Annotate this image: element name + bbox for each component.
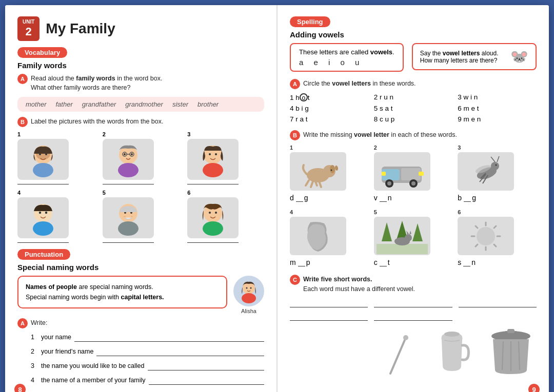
- svg-line-39: [319, 181, 321, 187]
- unit-number: 2: [23, 25, 34, 38]
- svg-point-30: [242, 293, 256, 303]
- pic-item-6: 6: [187, 190, 264, 243]
- pic-line-4: [17, 242, 69, 243]
- write-line-1[interactable]: [74, 333, 264, 342]
- svg-marker-63: [412, 223, 423, 241]
- svg-point-79: [444, 332, 460, 337]
- circled-o: o: [300, 93, 308, 101]
- write-line-4[interactable]: [149, 376, 264, 385]
- word-father: father: [55, 100, 72, 108]
- svg-line-40: [306, 180, 309, 185]
- van-svg: [377, 154, 428, 190]
- miss-word-4: mp: [290, 258, 311, 266]
- miss-pic-2: [374, 152, 430, 191]
- write-num-1: 1: [31, 334, 38, 341]
- write-item-1: 1 your name: [31, 333, 264, 342]
- svg-point-13: [209, 153, 211, 155]
- activity-a-punct-text: Write:: [31, 318, 47, 328]
- write-line-2[interactable]: [96, 347, 264, 356]
- svg-point-53: [496, 164, 497, 166]
- wand-svg: [385, 335, 411, 376]
- miss-blank-6[interactable]: [463, 266, 470, 266]
- miss-item-6: 6 sn: [458, 209, 537, 266]
- svg-marker-66: [406, 231, 409, 235]
- svg-point-65: [405, 234, 412, 241]
- miss-blank-2[interactable]: [380, 201, 387, 202]
- pic-line-2: [103, 184, 154, 184]
- svg-line-74: [494, 244, 496, 246]
- pic-item-4: 4: [17, 190, 94, 243]
- activity-a-spelling: A Circle the vowel letters in these word…: [290, 79, 537, 89]
- right-page-number: 9: [528, 384, 540, 392]
- family-pic-5-svg: [105, 199, 151, 237]
- vword-8: 8 c u p: [374, 115, 453, 123]
- svg-point-68: [477, 227, 495, 245]
- word-sister: sister: [172, 100, 188, 108]
- svg-point-26: [215, 212, 217, 214]
- svg-point-10: [131, 153, 133, 155]
- activity-b-text: Label the pictures with the words from t…: [31, 117, 163, 127]
- pic-item-2: 2: [103, 131, 180, 184]
- svg-point-19: [33, 221, 53, 236]
- svg-line-76: [476, 244, 478, 246]
- jug-svg: [431, 330, 472, 376]
- page-title: My Family: [46, 20, 115, 37]
- activity-b-spelling: B Write the missing vowel letter in each…: [290, 130, 537, 140]
- miss-blank-1[interactable]: [296, 201, 303, 202]
- miss-num-2: 2: [374, 145, 377, 151]
- miss-num-6: 6: [458, 209, 461, 215]
- sun-svg: [460, 218, 511, 254]
- family-words-title: Family words: [17, 61, 264, 70]
- write-item-4: 4 the name of a member of your family: [31, 376, 264, 385]
- svg-point-11: [118, 163, 138, 177]
- write-num-2: 2: [31, 348, 38, 355]
- write-label-3: the name you would like to be called: [41, 362, 145, 369]
- activity-c-spelling-circle: C: [290, 275, 300, 285]
- write-line-3[interactable]: [148, 361, 264, 370]
- bottom-images: [290, 325, 537, 376]
- miss-item-1: 1: [290, 145, 369, 202]
- vword-1: 1 hot: [290, 93, 369, 101]
- short-line-1[interactable]: [290, 298, 368, 307]
- short-line-2[interactable]: [374, 298, 452, 307]
- bug-svg: [460, 154, 511, 190]
- book: UNIT 2 My Family Vocabulary Family words…: [5, 5, 549, 392]
- alisha-wrap: Alisha: [233, 276, 264, 314]
- unit-header: UNIT 2 My Family: [17, 16, 264, 41]
- word-brother: brother: [197, 100, 219, 108]
- pic-frame-1: [17, 139, 69, 180]
- miss-blank-5[interactable]: [380, 266, 387, 266]
- punct-box: Names of people are special naming words…: [17, 276, 227, 308]
- punctuation-label: Punctuation: [17, 249, 70, 260]
- short-line-5[interactable]: [374, 312, 452, 321]
- left-page: UNIT 2 My Family Vocabulary Family words…: [5, 5, 278, 392]
- vword-5: 5 s a t: [374, 105, 453, 112]
- svg-line-77: [390, 338, 406, 374]
- pic-num-1: 1: [17, 131, 21, 137]
- svg-point-78: [403, 335, 408, 340]
- pic-line-1: [17, 184, 69, 184]
- activity-a-vocab: A Read aloud the family words in the wor…: [17, 74, 264, 93]
- vword-4: 4 b i g: [290, 105, 369, 112]
- miss-pic-4: [290, 217, 346, 255]
- pic-num-2: 2: [103, 131, 106, 137]
- short-line-3[interactable]: [459, 298, 537, 307]
- special-naming-title: Special naming words: [17, 263, 264, 272]
- word-grandmother: grandmother: [125, 100, 163, 108]
- miss-item-2: 2 vn: [374, 145, 453, 202]
- word-mother: mother: [26, 100, 46, 108]
- vowel-box-text: These letters are called vowels.: [299, 48, 394, 56]
- pic-num-6: 6: [187, 190, 190, 196]
- svg-point-46: [387, 181, 391, 185]
- write-items-list: 1 your name 2 your friend's name 3 the n…: [17, 333, 264, 385]
- miss-blank-3[interactable]: [464, 201, 471, 202]
- write-num-4: 4: [31, 377, 38, 384]
- miss-item-5: 5 ct: [374, 209, 453, 266]
- svg-rect-50: [382, 172, 386, 176]
- svg-rect-49: [419, 172, 424, 176]
- punct-box-text: Names of people are special naming words…: [26, 282, 164, 302]
- mouse-box-text: Say the vowel letters aloud.How many let…: [420, 50, 506, 64]
- short-line-4[interactable]: [290, 312, 368, 321]
- miss-blank-4[interactable]: [298, 266, 305, 266]
- svg-rect-44: [401, 168, 421, 180]
